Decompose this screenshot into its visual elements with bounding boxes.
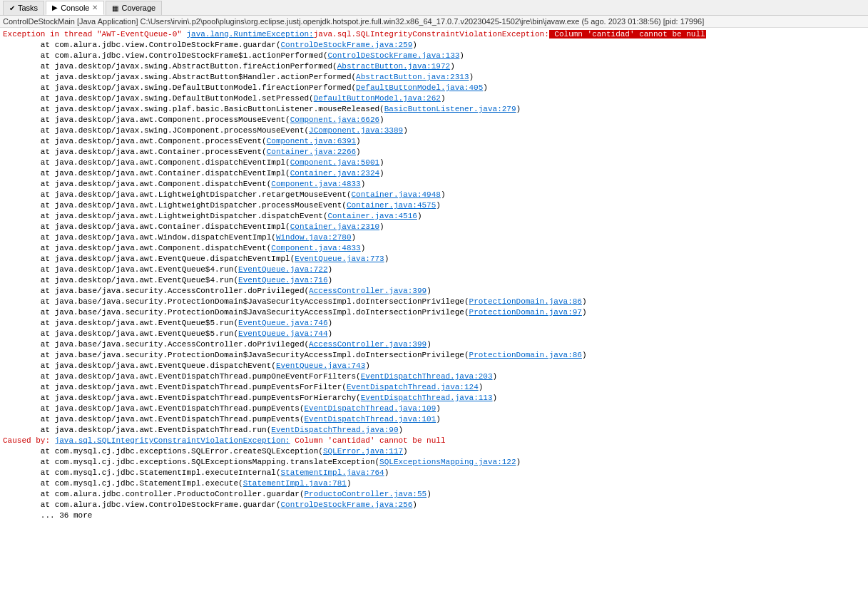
stack-indent: at <box>3 255 55 263</box>
caused-by-link[interactable]: SQLExceptionsMapping.java:122 <box>379 458 516 466</box>
stack-link[interactable]: Component.java:4833 <box>271 180 360 188</box>
tab-bar: ✔ Tasks ▶ Console ✕ ▦ Coverage <box>0 0 868 16</box>
stack-link[interactable]: Window.java:2780 <box>276 233 352 242</box>
stack-class: java.desktop/javax.swing.JComponent.proc… <box>55 126 309 135</box>
stack-indent: at <box>3 287 55 295</box>
stack-class: java.base/java.security.AccessController… <box>55 287 309 295</box>
stack-suffix: ) <box>441 190 446 199</box>
caused-by-indent: at <box>3 468 55 477</box>
tab-console[interactable]: ▶ Console ✕ <box>46 1 104 15</box>
caused-by-class: com.alura.jdbc.controller.ProductoContro… <box>55 490 305 498</box>
exception-thread-text: Exception in thread "AWT-EventQueue-0" <box>3 30 182 38</box>
stack-indent: at <box>3 404 55 413</box>
stack-link[interactable]: EventQueue.java:722 <box>238 265 327 274</box>
caused-by-stack-line: at com.mysql.cj.jdbc.exceptions.SQLError… <box>3 446 865 457</box>
stack-link[interactable]: BasicButtonListener.java:279 <box>384 105 516 113</box>
stack-suffix: ) <box>450 62 455 71</box>
stack-link[interactable]: AbstractButton.java:2313 <box>356 73 469 81</box>
stack-indent: at <box>3 41 55 49</box>
stack-line: at java.desktop/java.awt.LightweightDisp… <box>3 200 865 211</box>
stack-suffix: ) <box>582 308 587 317</box>
stack-line: at java.desktop/java.awt.Component.dispa… <box>3 179 865 190</box>
stack-link[interactable]: Component.java:5001 <box>290 158 379 167</box>
stack-link[interactable]: EventQueue.java:746 <box>238 319 327 327</box>
stack-line: at java.desktop/java.awt.EventQueue$4.ru… <box>3 275 865 286</box>
stack-suffix: ) <box>479 383 484 391</box>
stack-link[interactable]: Container.java:2310 <box>290 222 379 231</box>
tab-console-close[interactable]: ✕ <box>92 4 98 11</box>
stack-link[interactable]: ProtectionDomain.java:97 <box>469 308 582 317</box>
stack-link[interactable]: Component.java:6391 <box>267 137 356 145</box>
stack-class: java.desktop/java.awt.EventQueue.dispatc… <box>55 361 276 370</box>
stack-class: java.desktop/java.awt.EventQueue.dispatc… <box>55 255 295 263</box>
caused-by-link[interactable]: SQLError.java:117 <box>323 447 403 456</box>
stack-indent: at <box>3 148 55 156</box>
stack-suffix: ) <box>441 94 446 103</box>
stack-link[interactable]: Container.java:4948 <box>352 190 441 199</box>
stack-line: at java.desktop/javax.swing.DefaultButto… <box>3 83 865 93</box>
caused-by-link[interactable]: ProductoController.java:55 <box>304 490 427 498</box>
stack-suffix: ) <box>356 137 361 145</box>
tab-tasks-label: Tasks <box>18 4 38 12</box>
stack-line: at java.desktop/java.awt.Component.proce… <box>3 136 865 147</box>
stack-indent: at <box>3 51 55 60</box>
stack-indent: at <box>3 297 55 306</box>
stack-class: com.alura.jdbc.view.ControlDeStockFrame$… <box>55 51 328 60</box>
stack-link[interactable]: EventDispatchThread.java:113 <box>361 394 493 402</box>
tab-console-label: Console <box>61 4 89 12</box>
stack-indent: at <box>3 169 55 178</box>
stack-link[interactable]: EventDispatchThread.java:124 <box>347 383 479 391</box>
exception-subclass-text: java.sql.SQLIntegrityConstraintViolation… <box>314 30 549 38</box>
caused-by-class[interactable]: java.sql.SQLIntegrityConstraintViolation… <box>55 436 290 445</box>
stack-line: at java.desktop/java.awt.EventQueue$5.ru… <box>3 329 865 339</box>
caused-by-stack-line: at com.alura.jdbc.view.ControlDeStockFra… <box>3 500 865 510</box>
stack-link[interactable]: ProtectionDomain.java:86 <box>469 297 582 306</box>
stack-suffix: ) <box>427 340 432 349</box>
stack-class: java.desktop/java.awt.EventDispatchThrea… <box>55 372 361 381</box>
stack-link[interactable]: JComponent.java:3389 <box>309 126 403 135</box>
stack-class: java.base/java.security.ProtectionDomain… <box>55 297 469 306</box>
stack-indent: at <box>3 276 55 284</box>
stack-link[interactable]: ControlDeStockFrame.java:259 <box>280 41 412 49</box>
stack-link[interactable]: EventQueue.java:716 <box>238 276 327 284</box>
stack-line: at java.desktop/javax.swing.DefaultButto… <box>3 93 865 104</box>
caused-by-suffix: ) <box>403 447 408 456</box>
stack-indent: at <box>3 180 55 188</box>
stack-suffix: ) <box>582 297 587 306</box>
caused-by-link[interactable]: ControlDeStockFrame.java:256 <box>280 500 412 509</box>
stack-line: at java.desktop/java.awt.EventDispatchTh… <box>3 371 865 382</box>
stack-class: java.desktop/java.awt.EventQueue$5.run( <box>55 319 238 327</box>
stack-link[interactable]: AccessController.java:399 <box>309 287 427 295</box>
caused-by-link[interactable]: StatementImpl.java:764 <box>280 468 384 477</box>
stack-link[interactable]: EventDispatchThread.java:90 <box>271 426 398 434</box>
caused-by-label: Caused by: <box>3 436 55 445</box>
caused-by-link[interactable]: StatementImpl.java:781 <box>243 479 347 488</box>
stack-link[interactable]: EventQueue.java:773 <box>295 255 384 263</box>
stack-link[interactable]: AbstractButton.java:1972 <box>337 62 450 71</box>
stack-link[interactable]: Container.java:4516 <box>328 212 417 220</box>
tab-coverage[interactable]: ▦ Coverage <box>106 1 162 15</box>
stack-indent: at <box>3 115 55 124</box>
stack-link[interactable]: EventQueue.java:743 <box>276 361 365 370</box>
stack-link[interactable]: DefaultButtonModel.java:262 <box>314 94 441 103</box>
tab-tasks[interactable]: ✔ Tasks <box>3 1 44 15</box>
stack-link[interactable]: EventDispatchThread.java:203 <box>361 372 493 381</box>
stack-link[interactable]: Container.java:2324 <box>290 169 379 178</box>
stack-link[interactable]: EventQueue.java:744 <box>238 329 327 338</box>
stack-suffix: ) <box>427 287 432 295</box>
stack-link[interactable]: Container.java:4575 <box>347 201 436 210</box>
stack-link[interactable]: Component.java:4833 <box>271 244 360 252</box>
stack-link[interactable]: ProtectionDomain.java:86 <box>469 351 582 359</box>
console-content: Exception in thread "AWT-EventQueue-0" j… <box>0 28 868 523</box>
tasks-icon: ✔ <box>9 4 15 12</box>
stack-link[interactable]: EventDispatchThread.java:109 <box>304 404 436 413</box>
stack-link[interactable]: EventDispatchThread.java:101 <box>304 415 436 423</box>
exception-class-text[interactable]: java.lang.RuntimeException: <box>186 30 313 38</box>
stack-link[interactable]: ControlDeStockFrame.java:133 <box>328 51 460 60</box>
stack-line: at com.alura.jdbc.view.ControlDeStockFra… <box>3 40 865 51</box>
stack-link[interactable]: Container.java:2266 <box>267 148 356 156</box>
stack-class: java.desktop/java.awt.EventQueue$5.run( <box>55 329 238 338</box>
stack-link[interactable]: DefaultButtonModel.java:405 <box>356 83 483 92</box>
stack-link[interactable]: Component.java:6626 <box>290 115 379 124</box>
stack-link[interactable]: AccessController.java:399 <box>309 340 427 349</box>
